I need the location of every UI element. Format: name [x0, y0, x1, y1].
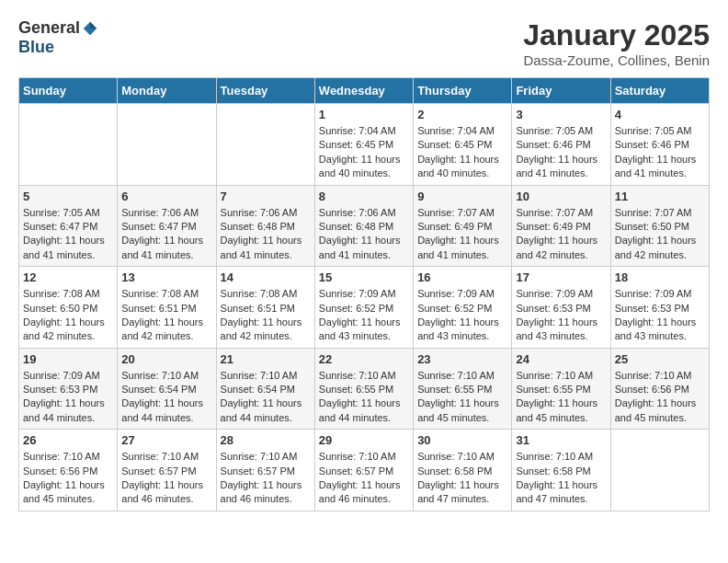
- cell-date-number: 29: [319, 433, 409, 447]
- cell-date-number: 26: [23, 433, 113, 447]
- calendar-cell: [610, 430, 709, 511]
- logo-icon: [82, 20, 98, 37]
- calendar-day-header: Sunday: [19, 78, 118, 104]
- cell-info-text: Sunrise: 7:05 AM Sunset: 6:47 PM Dayligh…: [23, 206, 113, 263]
- cell-date-number: 2: [417, 108, 507, 121]
- cell-date-number: 17: [516, 270, 606, 284]
- cell-info-text: Sunrise: 7:10 AM Sunset: 6:57 PM Dayligh…: [221, 450, 311, 507]
- cell-info-text: Sunrise: 7:07 AM Sunset: 6:49 PM Dayligh…: [417, 206, 507, 263]
- cell-info-text: Sunrise: 7:09 AM Sunset: 6:53 PM Dayligh…: [615, 287, 705, 344]
- calendar-day-header: Wednesday: [314, 78, 413, 104]
- cell-date-number: 18: [615, 270, 705, 284]
- cell-date-number: 28: [221, 433, 311, 447]
- calendar-week-row: 5Sunrise: 7:05 AM Sunset: 6:47 PM Daylig…: [19, 185, 710, 267]
- calendar-day-header: Thursday: [414, 78, 512, 104]
- cell-date-number: 23: [417, 352, 507, 366]
- cell-info-text: Sunrise: 7:08 AM Sunset: 6:51 PM Dayligh…: [121, 287, 211, 344]
- cell-date-number: 11: [615, 190, 705, 203]
- cell-date-number: 30: [417, 433, 507, 447]
- cell-info-text: Sunrise: 7:05 AM Sunset: 6:46 PM Dayligh…: [516, 124, 606, 181]
- calendar-cell: 27Sunrise: 7:10 AM Sunset: 6:57 PM Dayli…: [118, 430, 216, 511]
- cell-info-text: Sunrise: 7:10 AM Sunset: 6:54 PM Dayligh…: [121, 369, 211, 426]
- calendar-day-header: Tuesday: [216, 78, 314, 104]
- calendar-cell: 13Sunrise: 7:08 AM Sunset: 6:51 PM Dayli…: [118, 267, 216, 349]
- calendar-cell: 16Sunrise: 7:09 AM Sunset: 6:52 PM Dayli…: [414, 267, 512, 349]
- cell-date-number: 14: [221, 270, 311, 284]
- calendar-cell: 4Sunrise: 7:05 AM Sunset: 6:46 PM Daylig…: [610, 104, 709, 186]
- calendar-cell: [118, 104, 216, 186]
- cell-date-number: 20: [121, 352, 211, 366]
- cell-info-text: Sunrise: 7:10 AM Sunset: 6:57 PM Dayligh…: [319, 450, 409, 507]
- cell-info-text: Sunrise: 7:10 AM Sunset: 6:58 PM Dayligh…: [417, 450, 507, 507]
- calendar-cell: 7Sunrise: 7:06 AM Sunset: 6:48 PM Daylig…: [216, 185, 314, 267]
- cell-date-number: 15: [319, 270, 409, 284]
- calendar-cell: 19Sunrise: 7:09 AM Sunset: 6:53 PM Dayli…: [19, 348, 118, 430]
- cell-info-text: Sunrise: 7:10 AM Sunset: 6:55 PM Dayligh…: [417, 369, 507, 426]
- cell-info-text: Sunrise: 7:04 AM Sunset: 6:45 PM Dayligh…: [319, 124, 409, 181]
- cell-info-text: Sunrise: 7:10 AM Sunset: 6:56 PM Dayligh…: [615, 369, 705, 426]
- cell-date-number: 13: [121, 270, 211, 284]
- cell-date-number: 1: [319, 108, 409, 121]
- logo-general-text: General: [18, 18, 80, 38]
- cell-date-number: 10: [516, 190, 606, 203]
- cell-info-text: Sunrise: 7:04 AM Sunset: 6:45 PM Dayligh…: [417, 124, 507, 181]
- calendar-cell: 31Sunrise: 7:10 AM Sunset: 6:58 PM Dayli…: [512, 430, 610, 511]
- calendar-day-header: Friday: [512, 78, 610, 104]
- calendar-cell: 15Sunrise: 7:09 AM Sunset: 6:52 PM Dayli…: [314, 267, 413, 349]
- cell-date-number: 7: [221, 190, 311, 203]
- calendar-day-header: Saturday: [610, 78, 709, 104]
- calendar-cell: 25Sunrise: 7:10 AM Sunset: 6:56 PM Dayli…: [610, 348, 709, 430]
- calendar-cell: 2Sunrise: 7:04 AM Sunset: 6:45 PM Daylig…: [414, 104, 512, 186]
- calendar-cell: 22Sunrise: 7:10 AM Sunset: 6:55 PM Dayli…: [314, 348, 413, 430]
- calendar-cell: 9Sunrise: 7:07 AM Sunset: 6:49 PM Daylig…: [414, 185, 512, 267]
- calendar-cell: 1Sunrise: 7:04 AM Sunset: 6:45 PM Daylig…: [314, 104, 413, 186]
- calendar-cell: 17Sunrise: 7:09 AM Sunset: 6:53 PM Dayli…: [512, 267, 610, 349]
- calendar-table: SundayMondayTuesdayWednesdayThursdayFrid…: [18, 77, 710, 511]
- cell-date-number: 12: [23, 270, 113, 284]
- calendar-cell: 20Sunrise: 7:10 AM Sunset: 6:54 PM Dayli…: [118, 348, 216, 430]
- logo-blue-text: Blue: [18, 38, 54, 57]
- cell-date-number: 25: [615, 352, 705, 366]
- page-header: General Blue January 2025 Dassa-Zoume, C…: [18, 18, 710, 68]
- calendar-cell: [216, 104, 314, 186]
- cell-date-number: 6: [121, 190, 211, 203]
- calendar-cell: 5Sunrise: 7:05 AM Sunset: 6:47 PM Daylig…: [19, 185, 118, 267]
- calendar-cell: 12Sunrise: 7:08 AM Sunset: 6:50 PM Dayli…: [19, 267, 118, 349]
- cell-info-text: Sunrise: 7:06 AM Sunset: 6:48 PM Dayligh…: [319, 206, 409, 263]
- cell-info-text: Sunrise: 7:10 AM Sunset: 6:54 PM Dayligh…: [221, 369, 311, 426]
- calendar-cell: 3Sunrise: 7:05 AM Sunset: 6:46 PM Daylig…: [512, 104, 610, 186]
- calendar-cell: 6Sunrise: 7:06 AM Sunset: 6:47 PM Daylig…: [118, 185, 216, 267]
- calendar-cell: 18Sunrise: 7:09 AM Sunset: 6:53 PM Dayli…: [610, 267, 709, 349]
- cell-date-number: 27: [121, 433, 211, 447]
- calendar-cell: 11Sunrise: 7:07 AM Sunset: 6:50 PM Dayli…: [610, 185, 709, 267]
- cell-info-text: Sunrise: 7:10 AM Sunset: 6:55 PM Dayligh…: [319, 369, 409, 426]
- month-title: January 2025: [523, 18, 710, 52]
- calendar-cell: 30Sunrise: 7:10 AM Sunset: 6:58 PM Dayli…: [414, 430, 512, 511]
- calendar-cell: 8Sunrise: 7:06 AM Sunset: 6:48 PM Daylig…: [314, 185, 413, 267]
- cell-date-number: 8: [319, 190, 409, 203]
- calendar-cell: 28Sunrise: 7:10 AM Sunset: 6:57 PM Dayli…: [216, 430, 314, 511]
- location-text: Dassa-Zoume, Collines, Benin: [523, 52, 710, 68]
- cell-info-text: Sunrise: 7:07 AM Sunset: 6:49 PM Dayligh…: [516, 206, 606, 263]
- calendar-header-row: SundayMondayTuesdayWednesdayThursdayFrid…: [19, 78, 710, 104]
- cell-info-text: Sunrise: 7:09 AM Sunset: 6:53 PM Dayligh…: [516, 287, 606, 344]
- cell-info-text: Sunrise: 7:10 AM Sunset: 6:57 PM Dayligh…: [121, 450, 211, 507]
- cell-info-text: Sunrise: 7:08 AM Sunset: 6:50 PM Dayligh…: [23, 287, 113, 344]
- calendar-cell: [19, 104, 118, 186]
- cell-date-number: 24: [516, 352, 606, 366]
- calendar-cell: 21Sunrise: 7:10 AM Sunset: 6:54 PM Dayli…: [216, 348, 314, 430]
- cell-info-text: Sunrise: 7:09 AM Sunset: 6:52 PM Dayligh…: [319, 287, 409, 344]
- cell-info-text: Sunrise: 7:10 AM Sunset: 6:58 PM Dayligh…: [516, 450, 606, 507]
- cell-info-text: Sunrise: 7:05 AM Sunset: 6:46 PM Dayligh…: [615, 124, 705, 181]
- cell-date-number: 19: [23, 352, 113, 366]
- calendar-week-row: 26Sunrise: 7:10 AM Sunset: 6:56 PM Dayli…: [19, 430, 710, 511]
- cell-info-text: Sunrise: 7:09 AM Sunset: 6:53 PM Dayligh…: [23, 369, 113, 426]
- title-area: January 2025 Dassa-Zoume, Collines, Beni…: [523, 18, 710, 68]
- calendar-cell: 26Sunrise: 7:10 AM Sunset: 6:56 PM Dayli…: [19, 430, 118, 511]
- svg-marker-1: [90, 21, 97, 28]
- calendar-week-row: 19Sunrise: 7:09 AM Sunset: 6:53 PM Dayli…: [19, 348, 710, 430]
- calendar-cell: 14Sunrise: 7:08 AM Sunset: 6:51 PM Dayli…: [216, 267, 314, 349]
- calendar-cell: 29Sunrise: 7:10 AM Sunset: 6:57 PM Dayli…: [314, 430, 413, 511]
- cell-info-text: Sunrise: 7:07 AM Sunset: 6:50 PM Dayligh…: [615, 206, 705, 263]
- cell-info-text: Sunrise: 7:09 AM Sunset: 6:52 PM Dayligh…: [417, 287, 507, 344]
